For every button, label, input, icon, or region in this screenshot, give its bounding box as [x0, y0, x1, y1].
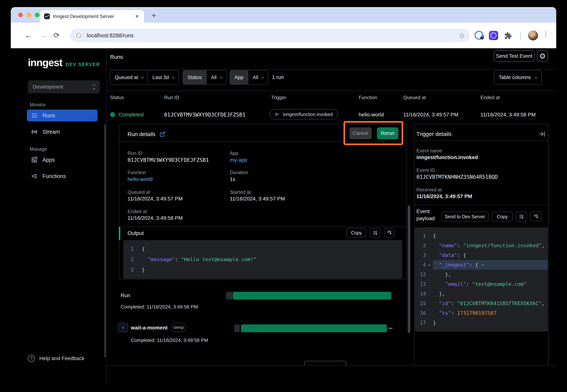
app-filter[interactable]: App All — [230, 70, 268, 85]
site-info-icon[interactable]: i — [75, 32, 83, 39]
ended-at-value: 11/16/2024, 3:49:58 PM — [128, 215, 183, 221]
received-at-value: 11/16/2024, 3:49:57 PM — [416, 193, 472, 199]
inngest-app: inngest DEV SERVER Development Monitor R… — [11, 48, 556, 385]
status-filter-label: Status — [183, 70, 206, 84]
started-at-value: 11/16/2024, 3:49:57 PM — [230, 196, 285, 202]
app-filter-label: App — [230, 70, 248, 84]
payload-copy-button[interactable]: Copy — [492, 211, 513, 222]
trigger-pill[interactable]: inngest/function.invoked — [269, 109, 338, 120]
scroll-to-bottom-icon[interactable] — [384, 228, 394, 238]
tab-title: Inngest Development Server — [53, 14, 131, 19]
sidebar-scrollbar[interactable] — [104, 124, 106, 357]
address-bar[interactable]: i localhost:8288/runs ☆ — [70, 29, 470, 42]
run-details-panel: Run details Cancel Rerun Run ID 01JCVBTM… — [119, 124, 407, 280]
step-kind-badge: sleep — [171, 322, 186, 332]
stream-icon — [31, 128, 38, 135]
run-count: 1 run — [272, 74, 284, 80]
bookmark-star-icon[interactable]: ☆ — [459, 31, 465, 40]
close-tab-icon[interactable]: ✕ — [134, 14, 140, 19]
payload-wrap-text-icon[interactable] — [516, 211, 527, 222]
functions-icon — [31, 173, 38, 180]
tab-strip: Inngest Development Server ✕ + — [11, 7, 556, 23]
status-filter[interactable]: Status All — [183, 70, 227, 85]
send-to-dev-server-button[interactable]: Send to Dev Server — [441, 211, 488, 222]
event-payload-code-block: 1{2 "name": "inngest/function.invoked",3… — [415, 227, 548, 332]
browser-tab[interactable]: Inngest Development Server ✕ — [40, 10, 144, 23]
trigger-details-title: Trigger details — [416, 131, 452, 137]
payload-scroll-to-bottom-icon[interactable] — [530, 211, 541, 222]
app-label: App — [230, 150, 238, 156]
back-icon[interactable]: ← — [25, 31, 33, 39]
browser-window: Inngest Development Server ✕ + ← → ⟳ i l… — [11, 7, 556, 385]
browser-toolbar: ← → ⟳ i localhost:8288/runs ☆ ⋮ — [11, 23, 556, 48]
header-divider — [107, 69, 556, 70]
queued-at-value: 11/16/2024, 3:49:57 PM — [128, 196, 183, 202]
send-test-event-button[interactable]: Send Test Event — [494, 51, 535, 62]
output-copy-button[interactable]: Copy — [347, 228, 366, 238]
wrap-text-icon[interactable] — [370, 228, 380, 238]
runs-icon — [31, 112, 38, 119]
table-columns-button[interactable]: Table columns — [494, 70, 541, 85]
function-label: Function — [128, 170, 146, 175]
step-timeline-bar[interactable] — [241, 324, 387, 332]
forward-icon[interactable]: → — [39, 31, 47, 39]
details-scrollbar[interactable] — [408, 206, 410, 333]
password-manager-icon[interactable] — [475, 31, 483, 40]
external-link-icon[interactable] — [159, 131, 165, 137]
help-and-feedback[interactable]: ? Help and Feedback — [28, 355, 85, 362]
url-text: localhost:8288/runs — [87, 32, 454, 39]
queued-at-label: Queued at — [128, 189, 150, 195]
started-at-label: Started at — [230, 189, 251, 195]
output-accent-bar — [119, 227, 120, 240]
sidebar-item-functions[interactable]: Functions — [27, 170, 98, 182]
refresh-icon[interactable]: ⟳ — [54, 31, 60, 39]
chevron-down-icon — [172, 76, 175, 79]
profile-avatar[interactable] — [528, 30, 538, 41]
close-window-button[interactable] — [18, 13, 23, 17]
collapse-panel-icon[interactable] — [539, 130, 545, 138]
duration-label: Duration — [230, 170, 248, 175]
zoom-window-button[interactable] — [35, 13, 40, 17]
ended-at-label: Ended at — [128, 209, 147, 214]
status-badge: Completed — [118, 112, 143, 118]
sidebar-item-apps[interactable]: Apps — [27, 154, 98, 166]
function-link[interactable]: hello-world — [128, 176, 153, 182]
output-section: Output Copy 1{2 "message": "Hello test@e… — [119, 226, 406, 227]
expand-step-button[interactable]: › — [118, 322, 128, 332]
select-updown-icon — [93, 84, 95, 89]
run-id-value: 01JCVBTMV3WXY9D3CFDEJFZSB1 — [128, 157, 209, 163]
chevron-down-icon — [219, 76, 222, 79]
function-cell: hello-world — [359, 112, 384, 118]
step-bar-stub — [234, 324, 240, 332]
run-id-cell: 01JCVBTMV3WXY9D3CFDEJFZSB1 — [164, 112, 245, 118]
extensions-puzzle-icon[interactable] — [504, 31, 512, 40]
time-filter[interactable]: Queued at Last 3d — [110, 70, 179, 85]
duration-value: 1s — [230, 176, 235, 182]
event-payload-label: Event payload — [416, 208, 440, 222]
timeline-run-label: Run — [121, 293, 130, 298]
run-timeline-bar[interactable] — [233, 292, 391, 300]
output-title: Output — [128, 230, 144, 236]
inngest-favicon-icon — [44, 13, 50, 19]
new-tab-button[interactable]: + — [152, 11, 156, 20]
minimize-window-button[interactable] — [27, 13, 31, 17]
queued-at-cell: 11/16/2024, 3:49:57 PM — [403, 112, 458, 118]
table-row[interactable]: Completed 01JCVBTMV3WXY9D3CFDEJFZSB1 inn… — [107, 105, 556, 124]
environment-select[interactable]: Development — [28, 80, 100, 93]
extension-icon[interactable] — [489, 31, 498, 40]
main-content: Runs Send Test Event ⚙ Queued at Last 3d… — [107, 48, 556, 385]
sidebar-section-manage: Manage — [30, 146, 106, 152]
trigger-panel-top-border — [414, 124, 548, 124]
annotation-highlight-box — [343, 121, 403, 145]
sidebar-item-stream[interactable]: Stream — [27, 126, 98, 138]
trigger-header-divider — [414, 140, 548, 141]
sidebar-item-runs[interactable]: Runs — [27, 110, 98, 121]
settings-gear-button[interactable]: ⚙ — [537, 51, 548, 62]
browser-menu-icon[interactable]: ⋮ — [542, 30, 549, 38]
partial-bottom-button[interactable] — [304, 361, 346, 366]
apps-icon — [31, 156, 38, 163]
app-link[interactable]: my-app — [230, 157, 247, 163]
event-name-value: inngest/function.invoked — [416, 154, 478, 160]
window-controls — [18, 13, 40, 17]
run-details-title: Run details — [128, 131, 165, 137]
